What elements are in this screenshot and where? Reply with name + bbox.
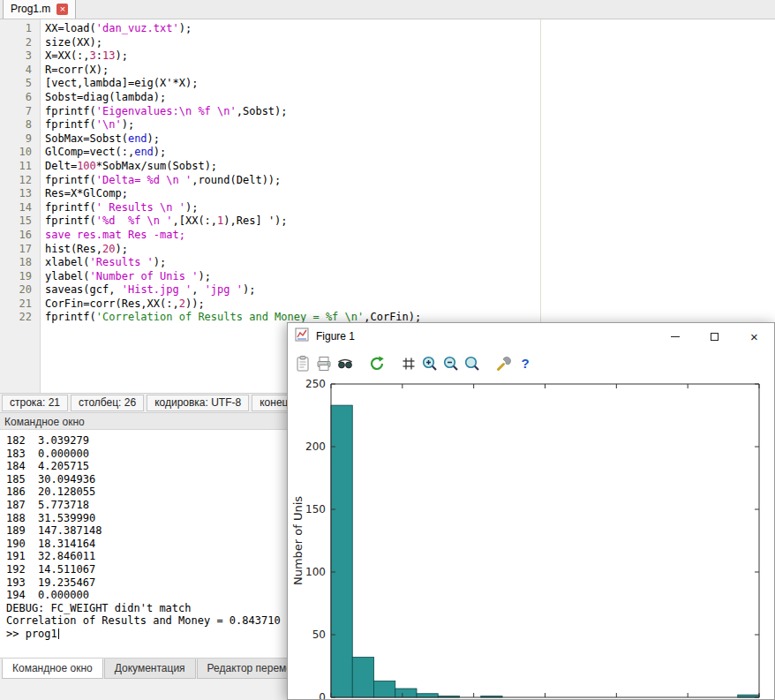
close-button[interactable]: ×: [734, 323, 774, 350]
line-number: 14: [0, 201, 40, 215]
figure-app-icon: [295, 327, 309, 345]
histogram-bar: [331, 405, 352, 697]
text-cursor: [58, 628, 59, 639]
svg-text:100: 100: [305, 566, 326, 578]
octave-ide: Prog1.m × 123456789101112131415161718192…: [0, 0, 775, 700]
svg-text:200: 200: [305, 440, 326, 453]
line-number: 12: [0, 174, 40, 188]
code-line: fprintf('%d %f \n ',[XX(:,1),Res] ');: [45, 215, 775, 229]
line-number: 8: [0, 118, 40, 132]
line-number: 6: [0, 91, 40, 105]
zoom-out-icon[interactable]: [441, 354, 461, 373]
window-controls: ×: [655, 323, 774, 350]
line-number: 9: [0, 132, 40, 147]
code-line: fprintf('Delta= %d \n ',round(Delt));: [45, 174, 775, 188]
code-line: CorFin=corr(Res,XX(:,2));: [45, 297, 775, 312]
figure-title: Figure 1: [316, 330, 355, 342]
status-segment: кодировка: UTF-8: [147, 395, 249, 411]
clipboard-icon[interactable]: [293, 354, 312, 373]
editor-tab-bar: Prog1.m ×: [0, 0, 775, 19]
line-number: 13: [0, 187, 40, 201]
line-number: 7: [0, 105, 40, 119]
line-number: 16: [0, 229, 40, 243]
code-line: XX=load('dan_vuz.txt');: [45, 22, 775, 36]
editor-tab-label: Prog1.m: [11, 3, 50, 15]
code-line: SobMax=Sobst(end);: [45, 132, 775, 147]
code-line: GlComp=vect(:,end);: [45, 146, 775, 160]
svg-text:?: ?: [521, 356, 529, 371]
code-line: fprintf('Eigenvalues:\n %f \n',Sobst);: [45, 105, 775, 119]
figure-canvas[interactable]: 050100150200250Number of Unis: [288, 378, 774, 699]
svg-text:Number of Unis: Number of Unis: [291, 496, 305, 585]
help-icon[interactable]: ?: [515, 354, 535, 373]
bottom-tab-0[interactable]: Командное окно: [2, 659, 103, 679]
code-line: [vect,lambda]=eig(X'*X);: [45, 77, 775, 91]
code-line: size(XX);: [45, 36, 775, 50]
maximize-button[interactable]: [695, 323, 734, 350]
histogram-chart: 050100150200250Number of Unis: [288, 378, 774, 699]
line-number: 18: [0, 256, 40, 270]
figure-window: Figure 1 ×: [287, 322, 775, 700]
code-line: saveas(gcf, 'Hist.jpg ', 'jpg ');: [45, 283, 775, 297]
code-line: R=corr(X);: [45, 64, 775, 78]
refresh-icon[interactable]: [367, 354, 387, 373]
line-number-gutter: 12345678910111213141516171819202122: [0, 19, 41, 393]
code-line: fprintf(' Results \n ');: [45, 201, 775, 215]
line-number: 21: [0, 297, 40, 312]
line-number: 11: [0, 160, 40, 174]
code-line: hist(Res,20);: [45, 243, 775, 257]
tab-close-icon[interactable]: ×: [56, 4, 68, 15]
line-number: 17: [0, 243, 40, 257]
code-line: Res=X*GlComp;: [45, 187, 775, 201]
code-line: Delt=100*SobMax/sum(Sobst);: [45, 160, 775, 174]
status-segment: столбец: 26: [71, 395, 144, 411]
line-number: 20: [0, 283, 40, 297]
line-number: 5: [0, 77, 40, 91]
minimize-button[interactable]: [655, 323, 695, 350]
status-segment: строка: 21: [2, 395, 68, 411]
line-number: 3: [0, 49, 40, 64]
histogram-bar: [374, 681, 395, 697]
svg-text:0: 0: [319, 691, 326, 699]
code-line: xlabel('Results ');: [45, 256, 775, 270]
svg-text:50: 50: [312, 628, 326, 641]
code-line: save res.mat Res -mat;: [45, 229, 775, 243]
line-number: 10: [0, 146, 40, 160]
code-line: X=XX(:,3:13);: [45, 49, 775, 64]
figure-titlebar[interactable]: Figure 1 ×: [288, 323, 774, 350]
line-number: 15: [0, 215, 40, 229]
code-line: Sobst=diag(lambda);: [45, 91, 775, 105]
line-number: 4: [0, 64, 40, 78]
histogram-bar: [352, 658, 373, 697]
command-window-title: Командное окно: [4, 416, 85, 428]
zoom-reset-icon[interactable]: [463, 354, 482, 373]
svg-text:150: 150: [305, 503, 326, 516]
bottom-tab-1[interactable]: Документация: [104, 659, 196, 679]
zoom-in-icon[interactable]: [420, 354, 440, 373]
line-number: 19: [0, 270, 40, 284]
code-line: ylabel('Number of Unis ');: [45, 270, 775, 284]
editor-tab-prog1[interactable]: Prog1.m ×: [3, 0, 76, 19]
code-line: fprintf('\n');: [45, 118, 775, 132]
histogram-bar: [417, 694, 438, 697]
svg-text:250: 250: [305, 378, 326, 390]
print-icon[interactable]: [314, 354, 334, 373]
figure-toolbar: ?: [288, 350, 774, 378]
maximize-icon: [711, 333, 719, 341]
minimize-icon: [671, 336, 680, 337]
line-number: 2: [0, 36, 40, 50]
line-number: 1: [0, 22, 40, 36]
tools-icon[interactable]: [494, 354, 514, 373]
grid-icon[interactable]: [399, 354, 418, 373]
line-number: 22: [0, 311, 40, 325]
rotate-icon[interactable]: [335, 354, 355, 373]
histogram-bar: [395, 689, 417, 697]
